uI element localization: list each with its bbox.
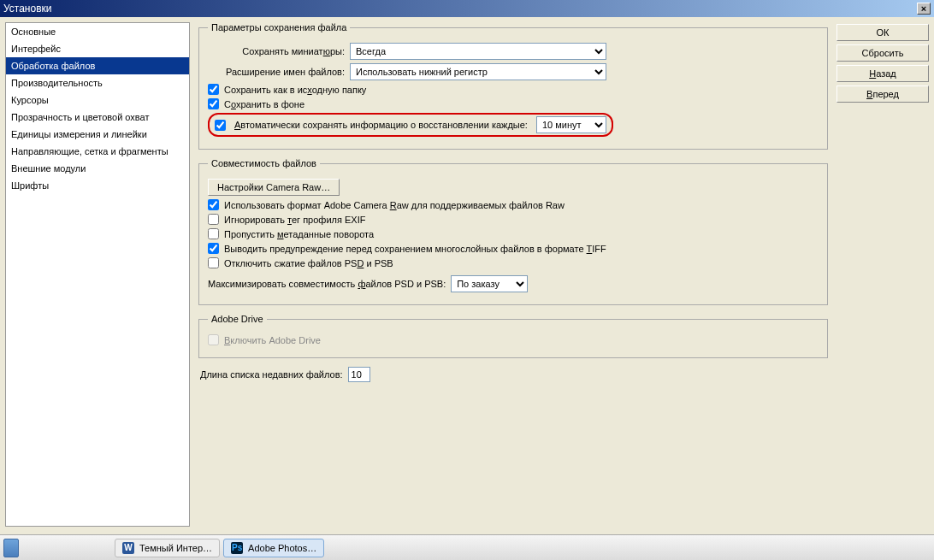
ignore-exif-label[interactable]: Игнорировать тег профиля EXIF bbox=[224, 215, 365, 225]
warn-tiff-checkbox[interactable] bbox=[208, 243, 219, 254]
disable-compression-label[interactable]: Отключить сжатие файлов PSD и PSB bbox=[224, 258, 393, 268]
taskbar-item-label: Темный Интер… bbox=[139, 543, 212, 553]
sidebar-item-units[interactable]: Единицы измерения и линейки bbox=[6, 126, 189, 143]
reset-button[interactable]: Сбросить bbox=[836, 44, 929, 62]
window-title: Установки bbox=[3, 3, 51, 15]
auto-save-label[interactable]: Автоматически сохранять информацию о вос… bbox=[234, 120, 528, 130]
taskbar: W Темный Интер… Ps Adobe Photos… bbox=[0, 534, 934, 560]
ok-button[interactable]: ОК bbox=[836, 24, 929, 41]
maximize-compat-label: Максимизировать совместимость файлов PSD… bbox=[208, 279, 446, 289]
compatibility-group: Совместимость файлов Настройки Camera Ra… bbox=[198, 158, 828, 305]
recent-files-label: Длина списка недавних файлов: bbox=[200, 369, 343, 380]
sidebar-item-guides[interactable]: Направляющие, сетка и фрагменты bbox=[6, 143, 189, 160]
skip-rotation-metadata-label[interactable]: Пропустить метаданные поворота bbox=[224, 229, 374, 239]
adobe-drive-legend: Adobe Drive bbox=[208, 314, 267, 324]
forward-button[interactable]: Вперед bbox=[836, 85, 929, 103]
ignore-exif-checkbox[interactable] bbox=[208, 214, 219, 225]
save-background-checkbox[interactable] bbox=[208, 98, 219, 109]
taskbar-item-photoshop[interactable]: Ps Adobe Photos… bbox=[223, 539, 324, 557]
extension-label: Расширение имен файлов: bbox=[208, 67, 345, 77]
sidebar-item-fonts[interactable]: Шрифты bbox=[6, 177, 189, 194]
disable-compression-checkbox[interactable] bbox=[208, 257, 219, 268]
file-saving-group: Параметры сохранения файла Сохранять мин… bbox=[198, 22, 828, 150]
sidebar-item-file-handling[interactable]: Обработка файлов bbox=[6, 57, 189, 74]
close-button[interactable]: × bbox=[917, 3, 931, 15]
compatibility-legend: Совместимость файлов bbox=[208, 158, 320, 168]
camera-raw-button[interactable]: Настройки Camera Raw… bbox=[208, 179, 340, 196]
sidebar-item-performance[interactable]: Производительность bbox=[6, 74, 189, 91]
use-camera-raw-label[interactable]: Использовать формат Adobe Camera Raw для… bbox=[224, 200, 565, 210]
back-button[interactable]: Назад bbox=[836, 65, 929, 82]
save-original-label[interactable]: Сохранить как в исходную папку bbox=[224, 85, 366, 95]
sidebar-item-transparency[interactable]: Прозрачность и цветовой охват bbox=[6, 109, 189, 126]
skip-rotation-metadata-checkbox[interactable] bbox=[208, 228, 219, 239]
extension-select[interactable]: Использовать нижний регистр bbox=[350, 63, 606, 80]
auto-save-interval-select[interactable]: 10 минут bbox=[536, 116, 606, 133]
save-background-label[interactable]: Сохранить в фоне bbox=[224, 99, 304, 109]
use-camera-raw-checkbox[interactable] bbox=[208, 199, 219, 210]
adobe-drive-group: Adobe Drive Включить Adobe Drive bbox=[198, 314, 828, 358]
taskbar-item-label: Adobe Photos… bbox=[248, 543, 316, 553]
file-saving-legend: Параметры сохранения файла bbox=[208, 22, 350, 32]
recent-files-input[interactable] bbox=[348, 367, 370, 382]
sidebar-item-general[interactable]: Основные bbox=[6, 23, 189, 40]
sidebar-item-cursors[interactable]: Курсоры bbox=[6, 91, 189, 109]
thumbnails-select[interactable]: Всегда bbox=[350, 43, 606, 60]
sidebar-item-interface[interactable]: Интерфейс bbox=[6, 40, 189, 57]
auto-save-checkbox[interactable] bbox=[215, 120, 226, 131]
enable-adobe-drive-checkbox bbox=[208, 334, 219, 345]
photoshop-icon: Ps bbox=[231, 542, 243, 554]
warn-tiff-label[interactable]: Выводить предупреждение перед сохранение… bbox=[224, 244, 606, 254]
enable-adobe-drive-label: Включить Adobe Drive bbox=[224, 335, 321, 345]
start-fragment[interactable] bbox=[3, 539, 19, 557]
maximize-compat-select[interactable]: По заказу bbox=[451, 275, 528, 292]
sidebar-item-plugins[interactable]: Внешние модули bbox=[6, 160, 189, 177]
auto-save-highlight: Автоматически сохранять информацию о вос… bbox=[208, 113, 613, 137]
taskbar-item-word[interactable]: W Темный Интер… bbox=[115, 539, 220, 557]
thumbnails-label: Сохранять миниатюры: bbox=[208, 46, 345, 56]
save-original-checkbox[interactable] bbox=[208, 84, 219, 95]
word-icon: W bbox=[122, 542, 134, 554]
category-sidebar: Основные Интерфейс Обработка файлов Прои… bbox=[5, 22, 190, 527]
